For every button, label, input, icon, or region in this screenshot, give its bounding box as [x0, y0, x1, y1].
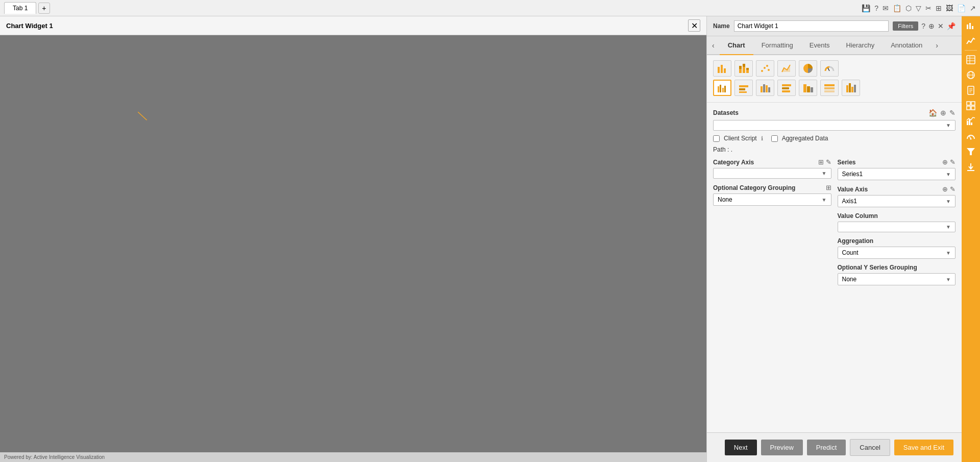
series-dropdown[interactable]: Series1 ▼: [838, 168, 956, 180]
value-axis-header: Value Axis ⊕ ✎: [838, 185, 956, 193]
sidebar-icon-8[interactable]: [963, 129, 979, 143]
line-chart-sidebar-icon: [966, 36, 975, 45]
tab-next-arrow[interactable]: ›: [930, 37, 943, 54]
add-tab-button[interactable]: +: [38, 3, 50, 14]
chart-types-area: [707, 55, 962, 103]
chart-type-bar3[interactable]: [756, 80, 774, 96]
doc-icon[interactable]: 📄: [957, 4, 966, 12]
save-icon[interactable]: 💾: [862, 4, 870, 12]
optional-category-dropdown[interactable]: None ▼: [713, 193, 831, 206]
optional-category-group-icon[interactable]: ⊞: [826, 184, 831, 191]
chart-type-bar7[interactable]: [842, 80, 860, 96]
tab-hierarchy[interactable]: Hierarchy: [838, 36, 883, 55]
image-icon[interactable]: 🖼: [946, 4, 953, 12]
predict-button[interactable]: Predict: [807, 440, 846, 455]
top-bar-icons: 💾 ? ✉ 📋 ⬡ ▽ ✂ ⊞ 🖼 📄 ↗: [862, 4, 976, 12]
panel-pin-icon[interactable]: 📌: [947, 22, 955, 30]
svg-rect-31: [807, 86, 810, 92]
bar2-icon: [738, 82, 749, 93]
panel-help-icon[interactable]: ?: [921, 22, 925, 30]
tab-chart[interactable]: Chart: [720, 36, 753, 55]
gauge-sidebar-icon: [966, 132, 975, 141]
sidebar-icon-9[interactable]: [963, 144, 979, 159]
preview-button[interactable]: Preview: [761, 440, 803, 455]
chart-type-bar4[interactable]: [777, 80, 796, 96]
cancel-button[interactable]: Cancel: [850, 439, 890, 456]
help-icon[interactable]: ?: [874, 4, 878, 12]
chart-type-gauge[interactable]: [820, 60, 839, 77]
chart-type-bar5[interactable]: [799, 80, 817, 96]
panel-move-icon[interactable]: ⊕: [928, 22, 935, 30]
scatter-icon: [760, 63, 771, 74]
svg-rect-55: [971, 102, 975, 105]
series-add-icon[interactable]: ⊕: [942, 158, 948, 166]
value-column-arrow: ▼: [946, 224, 951, 230]
chart-type-scatter[interactable]: [756, 60, 774, 77]
chart-bar-sidebar-icon: [966, 21, 975, 30]
value-axis-icons: ⊕ ✎: [942, 185, 955, 193]
datasets-home-icon[interactable]: 🏠: [928, 109, 937, 117]
sidebar-icon-7[interactable]: [963, 114, 979, 128]
grid-icon[interactable]: ⊞: [936, 4, 942, 12]
tab-formatting[interactable]: Formatting: [753, 36, 801, 55]
series-arrow: ▼: [946, 172, 951, 177]
filter-icon[interactable]: ⬡: [905, 4, 912, 12]
sidebar-icon-10[interactable]: [963, 160, 979, 174]
sidebar-icon-2[interactable]: [963, 34, 979, 48]
tab-1[interactable]: Tab 1: [4, 2, 36, 14]
value-axis-add-icon[interactable]: ⊕: [942, 185, 948, 193]
chart-type-area[interactable]: [777, 60, 796, 77]
bar-chart-icon: [717, 63, 728, 74]
tab-annotation[interactable]: Annotation: [883, 36, 930, 55]
widget-name-input[interactable]: [734, 20, 889, 32]
chart-type-bar[interactable]: [713, 60, 731, 77]
chart-type-grouped-bar-v[interactable]: [713, 80, 731, 96]
value-axis-edit-icon[interactable]: ✎: [950, 185, 955, 193]
datasets-edit-icon[interactable]: ✎: [949, 109, 955, 117]
doc-sidebar-icon: [966, 86, 975, 95]
svg-rect-7: [746, 70, 749, 73]
bar4-icon: [781, 82, 792, 93]
aggregation-dropdown[interactable]: Count ▼: [838, 247, 956, 259]
optional-y-dropdown[interactable]: None ▼: [838, 273, 956, 285]
value-column-dropdown[interactable]: ▼: [838, 222, 956, 232]
chart-type-stacked-bar[interactable]: [734, 60, 753, 77]
scissors-icon[interactable]: ✂: [925, 4, 932, 12]
svg-rect-43: [967, 56, 975, 64]
bar3-icon: [760, 82, 771, 93]
canvas-close-button[interactable]: ✕: [688, 19, 700, 32]
category-axis-header: Category Axis ⊞ ✎: [713, 158, 831, 166]
filter2-icon[interactable]: ▽: [916, 4, 921, 12]
expand-icon[interactable]: ↗: [970, 4, 976, 12]
datasets-add-icon[interactable]: ⊕: [940, 109, 946, 117]
mail-icon[interactable]: ✉: [883, 4, 889, 12]
sidebar-icon-6[interactable]: [963, 99, 979, 113]
sidebar-icon-3[interactable]: [963, 53, 979, 67]
svg-rect-3: [739, 69, 742, 73]
next-button[interactable]: Next: [725, 440, 757, 455]
filters-button[interactable]: Filters: [893, 21, 918, 31]
tab-prev-arrow[interactable]: ‹: [707, 37, 720, 54]
svg-rect-0: [718, 67, 720, 73]
category-axis-edit-icon[interactable]: ✎: [826, 158, 831, 166]
client-script-checkbox[interactable]: [713, 135, 720, 142]
datasets-dropdown[interactable]: ▼: [713, 120, 955, 131]
sidebar-icon-1[interactable]: [963, 18, 979, 33]
chart-type-bar2[interactable]: [734, 80, 753, 96]
chart-type-pie[interactable]: [799, 60, 817, 77]
sidebar-icon-4[interactable]: [963, 68, 979, 82]
series-edit-icon[interactable]: ✎: [950, 158, 955, 166]
clipboard-icon[interactable]: 📋: [893, 4, 901, 12]
save-exit-button[interactable]: Save and Exit: [894, 440, 953, 455]
panel-close-icon[interactable]: ✕: [938, 22, 944, 30]
chart-type-bar6[interactable]: [820, 80, 839, 96]
client-script-row: Client Script ℹ Aggregated Data: [713, 135, 955, 142]
value-axis-dropdown[interactable]: Axis1 ▼: [838, 195, 956, 207]
category-axis-dropdown[interactable]: ▼: [713, 168, 831, 179]
tab-events[interactable]: Events: [801, 36, 838, 55]
svg-rect-27: [782, 84, 791, 86]
svg-rect-16: [718, 86, 719, 92]
sidebar-icon-5[interactable]: [963, 83, 979, 98]
category-axis-group-icon[interactable]: ⊞: [818, 158, 824, 166]
aggregated-data-checkbox[interactable]: [771, 135, 778, 142]
